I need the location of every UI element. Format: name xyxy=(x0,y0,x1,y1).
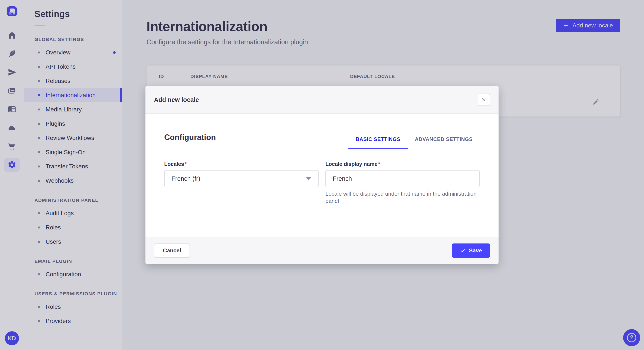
modal-title: Add new locale xyxy=(154,96,199,103)
locales-select[interactable]: French (fr) xyxy=(164,170,318,187)
app-window: KD Settings GLOBAL SETTINGS Overview API… xyxy=(0,0,644,350)
required-asterisk: * xyxy=(378,161,380,167)
locale-form: Locales* French (fr) Locale display name… xyxy=(164,161,480,205)
save-button[interactable]: Save xyxy=(452,243,490,258)
required-asterisk: * xyxy=(185,161,187,167)
cancel-button[interactable]: Cancel xyxy=(154,243,190,258)
locales-select-value: French (fr) xyxy=(172,175,200,182)
display-name-helper-text: Locale will be displayed under that name… xyxy=(326,190,480,205)
modal-footer: Cancel Save xyxy=(146,237,498,264)
check-icon xyxy=(460,248,466,253)
modal-header: Add new locale xyxy=(146,86,498,114)
display-name-label: Locale display name* xyxy=(326,161,480,167)
tab-basic-settings[interactable]: BASIC SETTINGS xyxy=(348,136,408,149)
modal-body: Configuration BASIC SETTINGS ADVANCED SE… xyxy=(146,114,498,237)
close-icon[interactable] xyxy=(478,94,490,106)
chevron-down-icon xyxy=(306,177,311,180)
add-locale-modal: Add new locale Configuration BASIC SETTI… xyxy=(146,86,498,264)
tab-advanced-settings[interactable]: ADVANCED SETTINGS xyxy=(408,136,480,149)
display-name-input[interactable] xyxy=(326,170,480,187)
settings-tabs: BASIC SETTINGS ADVANCED SETTINGS xyxy=(348,136,480,149)
configuration-header: Configuration BASIC SETTINGS ADVANCED SE… xyxy=(164,114,480,149)
locales-label: Locales* xyxy=(164,161,318,167)
configuration-title: Configuration xyxy=(164,133,216,149)
